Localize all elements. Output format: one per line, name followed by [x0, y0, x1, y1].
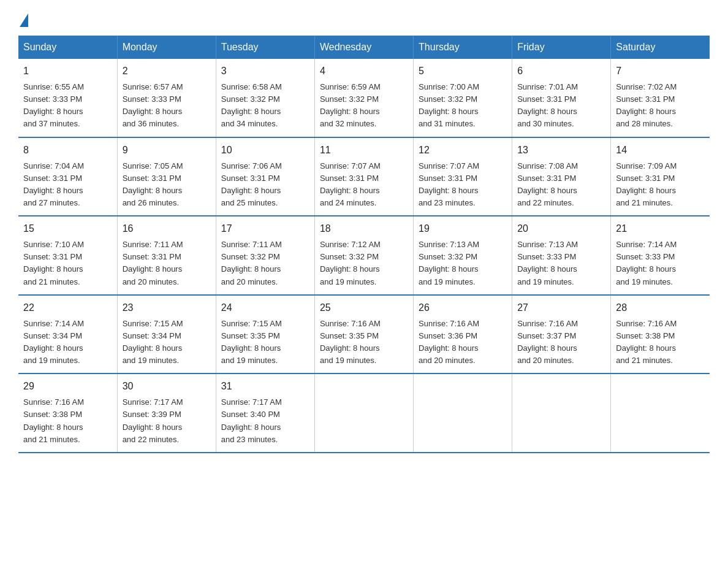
day-number: 15 [23, 221, 112, 236]
day-cell [512, 373, 611, 453]
day-number: 27 [517, 301, 605, 315]
day-info: Sunrise: 7:14 AMSunset: 3:33 PMDaylight:… [616, 239, 705, 288]
day-cell: 11Sunrise: 7:07 AMSunset: 3:31 PMDayligh… [314, 137, 413, 216]
day-number: 30 [123, 379, 211, 394]
day-cell: 7Sunrise: 7:02 AMSunset: 3:31 PMDaylight… [611, 59, 710, 137]
header-cell-monday: Monday [117, 36, 216, 59]
day-number: 17 [221, 221, 309, 236]
day-cell: 12Sunrise: 7:07 AMSunset: 3:31 PMDayligh… [414, 137, 512, 216]
day-number: 26 [419, 301, 507, 315]
logo [18, 12, 29, 23]
day-cell [314, 373, 413, 453]
day-number: 22 [23, 301, 112, 315]
day-number: 14 [616, 143, 705, 158]
day-cell: 17Sunrise: 7:11 AMSunset: 3:32 PMDayligh… [216, 216, 314, 295]
day-info: Sunrise: 7:11 AMSunset: 3:32 PMDaylight:… [221, 239, 309, 288]
day-info: Sunrise: 7:13 AMSunset: 3:32 PMDaylight:… [419, 239, 507, 288]
day-info: Sunrise: 7:10 AMSunset: 3:31 PMDaylight:… [23, 239, 112, 288]
logo-top [18, 12, 29, 26]
day-info: Sunrise: 7:16 AMSunset: 3:37 PMDaylight:… [517, 318, 605, 367]
day-number: 3 [221, 64, 309, 79]
day-cell: 3Sunrise: 6:58 AMSunset: 3:32 PMDaylight… [216, 59, 314, 137]
calendar-header: SundayMondayTuesdayWednesdayThursdayFrid… [18, 36, 710, 59]
day-cell [611, 373, 710, 453]
day-number: 1 [23, 64, 112, 79]
day-info: Sunrise: 6:58 AMSunset: 3:32 PMDaylight:… [221, 81, 309, 131]
day-info: Sunrise: 6:59 AMSunset: 3:32 PMDaylight:… [320, 81, 408, 131]
day-number: 2 [123, 64, 211, 79]
day-info: Sunrise: 7:07 AMSunset: 3:31 PMDaylight:… [419, 160, 507, 210]
day-cell: 25Sunrise: 7:16 AMSunset: 3:35 PMDayligh… [314, 295, 413, 374]
day-info: Sunrise: 7:17 AMSunset: 3:39 PMDaylight:… [123, 396, 211, 446]
day-cell [414, 373, 512, 453]
day-cell: 8Sunrise: 7:04 AMSunset: 3:31 PMDaylight… [18, 137, 117, 216]
week-row-5: 29Sunrise: 7:16 AMSunset: 3:38 PMDayligh… [18, 373, 710, 453]
day-info: Sunrise: 7:04 AMSunset: 3:31 PMDaylight:… [23, 160, 112, 210]
day-number: 10 [221, 143, 309, 158]
day-number: 9 [123, 143, 211, 158]
day-number: 19 [419, 221, 507, 236]
day-info: Sunrise: 7:16 AMSunset: 3:36 PMDaylight:… [419, 318, 507, 367]
day-number: 4 [320, 64, 408, 79]
day-cell: 18Sunrise: 7:12 AMSunset: 3:32 PMDayligh… [314, 216, 413, 295]
day-cell: 6Sunrise: 7:01 AMSunset: 3:31 PMDaylight… [512, 59, 611, 137]
day-cell: 16Sunrise: 7:11 AMSunset: 3:31 PMDayligh… [117, 216, 216, 295]
day-cell: 27Sunrise: 7:16 AMSunset: 3:37 PMDayligh… [512, 295, 611, 374]
header-cell-wednesday: Wednesday [314, 36, 413, 59]
header-cell-sunday: Sunday [18, 36, 117, 59]
day-info: Sunrise: 7:12 AMSunset: 3:32 PMDaylight:… [320, 239, 408, 288]
day-info: Sunrise: 7:09 AMSunset: 3:31 PMDaylight:… [616, 160, 705, 210]
day-info: Sunrise: 7:14 AMSunset: 3:34 PMDaylight:… [23, 318, 112, 367]
day-info: Sunrise: 7:16 AMSunset: 3:38 PMDaylight:… [23, 396, 112, 446]
day-number: 24 [221, 301, 309, 315]
day-info: Sunrise: 7:01 AMSunset: 3:31 PMDaylight:… [517, 81, 605, 131]
day-info: Sunrise: 7:11 AMSunset: 3:31 PMDaylight:… [123, 239, 211, 288]
header-cell-saturday: Saturday [611, 36, 710, 59]
day-number: 5 [419, 64, 507, 79]
day-cell: 4Sunrise: 6:59 AMSunset: 3:32 PMDaylight… [314, 59, 413, 137]
day-number: 28 [616, 301, 705, 315]
week-row-2: 8Sunrise: 7:04 AMSunset: 3:31 PMDaylight… [18, 137, 710, 216]
day-number: 12 [419, 143, 507, 158]
day-number: 7 [616, 64, 705, 79]
day-info: Sunrise: 7:00 AMSunset: 3:32 PMDaylight:… [419, 81, 507, 131]
calendar-body: 1Sunrise: 6:55 AMSunset: 3:33 PMDaylight… [18, 59, 710, 453]
day-info: Sunrise: 7:13 AMSunset: 3:33 PMDaylight:… [517, 239, 605, 288]
day-cell: 31Sunrise: 7:17 AMSunset: 3:40 PMDayligh… [216, 373, 314, 453]
day-number: 21 [616, 221, 705, 236]
day-info: Sunrise: 7:06 AMSunset: 3:31 PMDaylight:… [221, 160, 309, 210]
day-number: 13 [517, 143, 605, 158]
day-number: 6 [517, 64, 605, 79]
day-number: 23 [123, 301, 211, 315]
week-row-3: 15Sunrise: 7:10 AMSunset: 3:31 PMDayligh… [18, 216, 710, 295]
day-cell: 26Sunrise: 7:16 AMSunset: 3:36 PMDayligh… [414, 295, 512, 374]
day-cell: 2Sunrise: 6:57 AMSunset: 3:33 PMDaylight… [117, 59, 216, 137]
page-header [18, 12, 710, 23]
header-cell-tuesday: Tuesday [216, 36, 314, 59]
day-number: 8 [23, 143, 112, 158]
day-number: 11 [320, 143, 408, 158]
day-info: Sunrise: 7:15 AMSunset: 3:35 PMDaylight:… [221, 318, 309, 367]
day-info: Sunrise: 7:08 AMSunset: 3:31 PMDaylight:… [517, 160, 605, 210]
day-info: Sunrise: 7:02 AMSunset: 3:31 PMDaylight:… [616, 81, 705, 131]
week-row-4: 22Sunrise: 7:14 AMSunset: 3:34 PMDayligh… [18, 295, 710, 374]
day-info: Sunrise: 7:05 AMSunset: 3:31 PMDaylight:… [123, 160, 211, 210]
day-number: 25 [320, 301, 408, 315]
day-number: 16 [123, 221, 211, 236]
day-cell: 21Sunrise: 7:14 AMSunset: 3:33 PMDayligh… [611, 216, 710, 295]
day-number: 18 [320, 221, 408, 236]
day-info: Sunrise: 6:57 AMSunset: 3:33 PMDaylight:… [123, 81, 211, 131]
header-cell-friday: Friday [512, 36, 611, 59]
day-cell: 10Sunrise: 7:06 AMSunset: 3:31 PMDayligh… [216, 137, 314, 216]
day-info: Sunrise: 7:16 AMSunset: 3:38 PMDaylight:… [616, 318, 705, 367]
day-info: Sunrise: 7:07 AMSunset: 3:31 PMDaylight:… [320, 160, 408, 210]
day-info: Sunrise: 7:16 AMSunset: 3:35 PMDaylight:… [320, 318, 408, 367]
day-cell: 14Sunrise: 7:09 AMSunset: 3:31 PMDayligh… [611, 137, 710, 216]
day-cell: 28Sunrise: 7:16 AMSunset: 3:38 PMDayligh… [611, 295, 710, 374]
day-cell: 15Sunrise: 7:10 AMSunset: 3:31 PMDayligh… [18, 216, 117, 295]
day-info: Sunrise: 7:17 AMSunset: 3:40 PMDaylight:… [221, 396, 309, 446]
day-cell: 29Sunrise: 7:16 AMSunset: 3:38 PMDayligh… [18, 373, 117, 453]
day-number: 31 [221, 379, 309, 394]
day-cell: 23Sunrise: 7:15 AMSunset: 3:34 PMDayligh… [117, 295, 216, 374]
day-cell: 22Sunrise: 7:14 AMSunset: 3:34 PMDayligh… [18, 295, 117, 374]
